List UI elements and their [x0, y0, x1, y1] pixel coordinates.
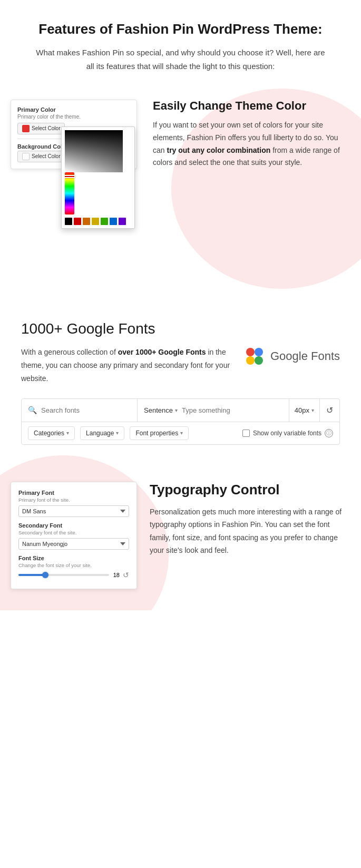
- hue-indicator: [65, 175, 75, 178]
- font-properties-btn[interactable]: Font properties ▾: [130, 426, 189, 440]
- fonts-heading: 1000+ Google Fonts: [21, 320, 340, 337]
- background-swatch: [22, 153, 30, 160]
- typography-heading: Typography Control: [150, 482, 350, 498]
- language-chevron-icon: ▾: [116, 430, 119, 436]
- typography-mockup: Primary Font Primary font of the site. D…: [11, 482, 137, 589]
- sentence-dropdown-btn[interactable]: Sentence ▾: [144, 406, 178, 414]
- typography-section: Primary Font Primary font of the site. D…: [0, 455, 361, 610]
- swatch-purple[interactable]: [119, 218, 126, 225]
- primary-font-label: Primary Font: [18, 490, 129, 496]
- svg-point-2: [246, 356, 255, 365]
- color-swatches-row: [65, 218, 131, 225]
- categories-chevron-icon: ▾: [66, 430, 69, 436]
- font-size-value: 18: [113, 572, 120, 578]
- sentence-chevron-icon: ▾: [175, 407, 178, 413]
- svg-point-3: [255, 356, 263, 365]
- fonts-section: 1000+ Google Fonts With a generous colle…: [0, 294, 361, 455]
- color-mockup: Primary Color Primary color of the theme…: [11, 100, 137, 169]
- refresh-fonts-btn[interactable]: ↺: [320, 399, 339, 422]
- swatch-red[interactable]: [74, 218, 81, 225]
- color-text-content: Easily Change Theme Color If you want to…: [148, 99, 350, 169]
- size-chevron-icon: ▾: [311, 407, 314, 413]
- swatch-yellow[interactable]: [92, 218, 99, 225]
- secondary-font-label: Secondary Font: [18, 522, 129, 529]
- refresh-icon: ↺: [326, 406, 333, 415]
- fonts-heading-text: Google Fonts: [63, 320, 155, 337]
- sentence-label: Sentence: [144, 406, 173, 414]
- font-search-row1: 🔍 Sentence ▾ 40px ▾ ↺: [22, 399, 339, 422]
- swatch-green[interactable]: [101, 218, 108, 225]
- type-something-input[interactable]: [182, 406, 282, 414]
- color-content: Primary Color Primary color of the theme…: [0, 99, 361, 169]
- google-fonts-text: Google Fonts: [270, 349, 340, 363]
- primary-swatch: [22, 125, 30, 132]
- size-dropdown-btn[interactable]: 40px ▾: [295, 406, 314, 414]
- search-input[interactable]: [41, 406, 131, 414]
- font-size-row: 18 ↺: [18, 571, 129, 579]
- primary-color-label: Primary Color: [17, 106, 130, 113]
- variable-fonts-label: Show only variable fonts: [253, 430, 321, 437]
- font-search-bar: 🔍 Sentence ▾ 40px ▾ ↺ C: [21, 398, 340, 445]
- search-icon: 🔍: [28, 406, 37, 414]
- search-area: 🔍: [22, 399, 138, 422]
- features-description: What makes Fashion Pin so special, and w…: [32, 46, 329, 73]
- size-value: 40px: [295, 406, 309, 414]
- secondary-font-desc: Secondary font of the site.: [18, 530, 129, 535]
- svg-point-1: [255, 348, 263, 356]
- font-search-row2: Categories ▾ Language ▾ Font properties …: [22, 422, 339, 444]
- google-fonts-logo: Google Fonts: [244, 346, 340, 367]
- color-section: Primary Color Primary color of the theme…: [0, 83, 361, 294]
- typography-content: Primary Font Primary font of the site. D…: [0, 471, 361, 589]
- font-size-slider-track[interactable]: [18, 574, 109, 576]
- slider-fill: [18, 574, 44, 576]
- swatch-orange[interactable]: [83, 218, 90, 225]
- color-picker-popup: [61, 126, 135, 229]
- font-size-label: Font Size: [18, 555, 129, 561]
- primary-font-desc: Primary font of the site.: [18, 497, 129, 503]
- gradient-area[interactable]: [65, 130, 123, 172]
- categories-btn[interactable]: Categories ▾: [28, 426, 75, 440]
- variable-fonts-checkbox[interactable]: [242, 430, 250, 437]
- font-size-desc: Change the font size of your site.: [18, 562, 129, 568]
- font-size-refresh-icon[interactable]: ↺: [123, 571, 129, 579]
- select-background-color-btn[interactable]: Select Color: [17, 151, 65, 162]
- features-title: Features of Fashion Pin WordPress Theme:: [32, 21, 329, 37]
- variable-fonts-filter: Show only variable fonts ⓘ: [242, 429, 333, 437]
- typography-text-content: Typography Control Personalization gets …: [150, 482, 350, 557]
- size-area: 40px ▾: [289, 399, 320, 422]
- primary-font-select[interactable]: DM Sans: [18, 505, 129, 517]
- svg-point-0: [246, 348, 255, 356]
- color-section-heading: Easily Change Theme Color: [153, 99, 350, 113]
- typography-description: Personalization gets much more interesti…: [150, 505, 350, 557]
- font-properties-chevron-icon: ▾: [180, 430, 183, 436]
- primary-color-desc: Primary color of the theme.: [17, 114, 130, 120]
- slider-thumb[interactable]: [42, 572, 48, 578]
- fonts-content: With a generous collection of over 1000+…: [21, 346, 340, 386]
- variable-fonts-info-icon[interactable]: ⓘ: [325, 429, 333, 437]
- sentence-area: Sentence ▾: [138, 399, 289, 422]
- fonts-description: With a generous collection of over 1000+…: [21, 346, 233, 386]
- google-fonts-icon: [244, 346, 265, 367]
- select-primary-color-btn[interactable]: Select Color: [17, 123, 65, 134]
- hue-bar[interactable]: [65, 172, 74, 214]
- secondary-font-select[interactable]: Nanum Myeongjo: [18, 538, 129, 550]
- features-header: Features of Fashion Pin WordPress Theme:…: [0, 0, 361, 83]
- swatch-blue[interactable]: [110, 218, 117, 225]
- color-section-description: If you want to set your own set of color…: [153, 119, 350, 169]
- fonts-heading-number: 1000+: [21, 320, 63, 337]
- language-btn[interactable]: Language ▾: [80, 426, 124, 440]
- swatch-black[interactable]: [65, 218, 72, 225]
